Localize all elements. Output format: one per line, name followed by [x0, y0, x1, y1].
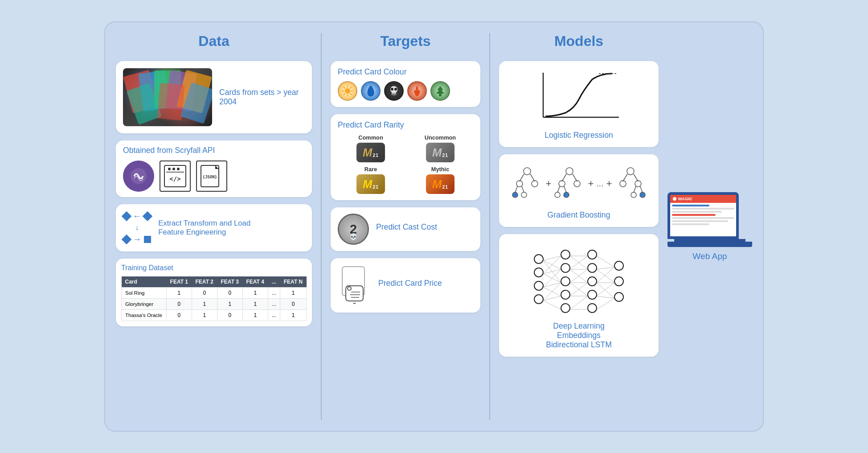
json-icon: {JSON} [196, 161, 227, 192]
svg-line-115 [597, 283, 614, 296]
rarity-mythic: Mythic M21 [407, 166, 473, 194]
svg-line-94 [543, 283, 561, 301]
svg-line-96 [543, 301, 561, 309]
rarity-uncommon: Uncommon M21 [407, 134, 473, 162]
svg-line-110 [597, 267, 614, 269]
laptop-screen: MAGIC [667, 192, 739, 239]
svg-point-54 [574, 181, 580, 187]
svg-line-47 [522, 186, 524, 193]
api-title: Obtained from Scryfall API [123, 146, 305, 155]
table-row: Glorybringer 0 1 1 1 ... 0 [122, 299, 307, 310]
tree3-icon [615, 166, 646, 202]
price-card: Predict Card Price [331, 258, 480, 313]
models-column: Models Logistic Regression [490, 33, 659, 420]
svg-point-77 [588, 250, 597, 259]
svg-point-69 [534, 268, 543, 277]
svg-line-55 [557, 186, 560, 193]
cast-cost-title: Predict Cast Cost [376, 222, 437, 232]
cards-image [123, 68, 212, 126]
plus-icon: + [545, 178, 551, 189]
mana-green-symbol [430, 81, 450, 101]
diamond-icon [122, 211, 132, 222]
mana-white-symbol [338, 81, 357, 101]
neural-net-icon [525, 241, 632, 317]
col-feat1: FEAT 1 [166, 276, 192, 288]
svg-line-117 [597, 298, 614, 309]
svg-point-57 [555, 192, 560, 198]
logistic-card: Logistic Regression [499, 61, 659, 147]
deep-learning-card: Deep Learning Embeddings Bidirectional L… [499, 234, 659, 357]
etl-card: ← ↓ → Extract Transform and Load Feature… [116, 204, 312, 251]
col-feat4: FEAT 4 [242, 276, 268, 288]
svg-point-78 [588, 264, 597, 272]
rarity-rare: Rare M21 [338, 166, 404, 194]
cards-image-card: Cards from sets > year 2004 [116, 61, 312, 133]
svg-point-73 [561, 264, 570, 272]
svg-line-116 [597, 296, 614, 298]
rarity-common: Common M21 [338, 134, 404, 162]
webapp-label: Web App [692, 251, 727, 261]
targets-column: Targets Predict Card Colour [321, 33, 490, 420]
svg-line-24 [350, 87, 352, 89]
svg-point-71 [534, 295, 543, 304]
cast-cost-card: 2 💀 Predict Cast Cost [331, 207, 480, 251]
deep-title: Deep Learning Embeddings Bidirectional L… [546, 321, 612, 350]
col-featn: FEAT N [280, 276, 306, 288]
gradient-trees: + + ... + [507, 161, 650, 206]
rarity-title: Predict Card Rarity [338, 120, 473, 130]
svg-point-10 [168, 168, 171, 170]
svg-point-84 [614, 292, 623, 301]
svg-point-12 [177, 168, 180, 170]
svg-point-49 [521, 192, 527, 198]
svg-point-62 [620, 181, 626, 187]
diamond2-icon [143, 211, 153, 222]
api-card: Obtained from Scryfall API [116, 140, 312, 197]
etl-text: Extract Transform and Load Feature Engin… [158, 219, 250, 237]
table-row: Thassa's Oracle 0 1 0 1 ... 1 [122, 310, 307, 321]
mana-symbols [338, 81, 473, 101]
table-row: Sol Ring 1 0 0 1 ... 1 [122, 288, 307, 299]
dots-icon: ... [597, 179, 604, 189]
svg-line-111 [597, 269, 614, 283]
main-container: Data Cards from sets > year 2004 [104, 21, 764, 432]
dataset-title: Training Dataset [121, 264, 307, 272]
svg-point-63 [635, 181, 641, 187]
svg-point-74 [561, 277, 570, 286]
col-card: Card [122, 276, 167, 288]
svg-line-64 [634, 186, 636, 193]
svg-point-27 [391, 88, 393, 91]
svg-line-23 [350, 93, 352, 95]
svg-point-45 [532, 181, 538, 187]
svg-line-56 [564, 186, 566, 193]
rarity-card: Predict Card Rarity Common M21 Uncommon … [331, 114, 480, 200]
data-column: Data Cards from sets > year 2004 [116, 33, 321, 420]
svg-point-28 [394, 88, 397, 91]
dataset-table: Card FEAT 1 FEAT 2 FEAT 3 FEAT 4 ... FEA… [121, 276, 307, 321]
svg-point-67 [640, 192, 645, 198]
mana-blue-symbol [361, 81, 381, 101]
svg-point-66 [631, 192, 636, 198]
svg-text:</>: </> [169, 175, 180, 182]
col-feat2: FEAT 2 [192, 276, 217, 288]
api-icons: </> {JSON} [123, 161, 305, 192]
svg-point-44 [516, 181, 523, 187]
colour-card: Predict Card Colour [331, 61, 480, 107]
webapp-container: MAGIC Web App [667, 192, 752, 261]
dataset-card: Training Dataset Card FEAT 1 FEAT 2 FEAT… [116, 259, 312, 326]
gradient-card: + + ... + [499, 154, 659, 227]
svg-text:{JSON}: {JSON} [203, 175, 217, 179]
price-title: Predict Card Price [378, 279, 442, 288]
svg-point-80 [588, 290, 597, 299]
svg-line-25 [344, 93, 345, 95]
models-header: Models [499, 33, 659, 49]
svg-line-109 [597, 256, 614, 267]
svg-point-79 [588, 277, 597, 286]
svg-line-112 [597, 267, 614, 283]
mana-black-symbol [384, 81, 404, 101]
colour-title: Predict Card Colour [338, 67, 473, 77]
price-tag-icon [338, 264, 371, 306]
plus2-icon: + [588, 178, 594, 189]
mana-red-symbol [407, 81, 427, 101]
code-icon: </> [160, 161, 191, 192]
svg-line-89 [543, 269, 561, 274]
